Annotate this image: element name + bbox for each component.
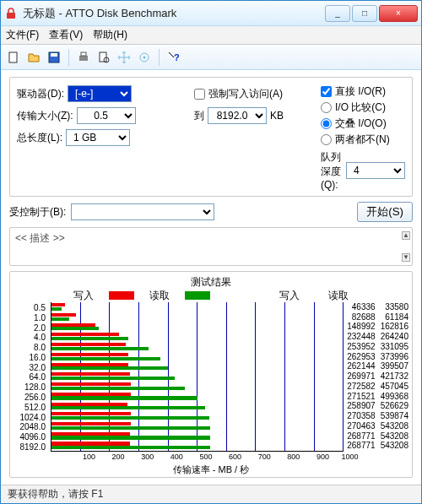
write-bar bbox=[51, 393, 131, 396]
y-tick: 128.0 bbox=[14, 382, 46, 392]
write-bar bbox=[51, 432, 130, 436]
params-panel: 驱动器(D): [-e-] 强制写入访问(A) 直接 I/O(R) I/O 比较… bbox=[9, 77, 413, 197]
svg-rect-5 bbox=[81, 52, 86, 56]
svg-rect-6 bbox=[100, 52, 106, 62]
status-text: 要获得帮助，请按 F1 bbox=[8, 487, 103, 501]
svg-rect-1 bbox=[9, 52, 17, 62]
x-tick: 500 bbox=[183, 453, 213, 463]
force-write-label: 强制写入访问(A) bbox=[208, 87, 283, 101]
x-tick: 300 bbox=[125, 453, 154, 463]
legend-read-swatch bbox=[185, 291, 210, 300]
start-button[interactable]: 开始(S) bbox=[357, 202, 413, 222]
legend-write-swatch bbox=[109, 291, 134, 300]
x-tick: 800 bbox=[271, 453, 300, 463]
preview-icon[interactable] bbox=[96, 50, 111, 65]
y-tick: 4096.0 bbox=[14, 432, 46, 442]
xfer-to-select[interactable]: 8192.0 bbox=[208, 107, 267, 124]
y-tick: 16.0 bbox=[14, 353, 46, 362]
statusbar: 要获得帮助，请按 F1 bbox=[1, 485, 421, 503]
y-tick: 64.0 bbox=[14, 372, 46, 382]
overlap-io-label: 交叠 I/O(O) bbox=[335, 117, 387, 131]
controlled-select[interactable] bbox=[71, 203, 214, 220]
y-tick: 2048.0 bbox=[14, 422, 46, 431]
chart-title: 测试结果 bbox=[14, 275, 408, 289]
controlled-row: 受控制于(B): 开始(S) bbox=[9, 202, 413, 222]
bar-row bbox=[51, 392, 344, 402]
description-box[interactable]: << 描述 >> ▲▼ bbox=[9, 227, 413, 266]
bar-row bbox=[51, 352, 344, 362]
scroll-down-icon[interactable]: ▼ bbox=[402, 253, 410, 262]
maximize-button[interactable]: □ bbox=[352, 5, 377, 22]
bar-row bbox=[51, 342, 344, 352]
separator-icon bbox=[68, 49, 69, 66]
x-axis-ticks: 1002003004005006007008009001000 bbox=[51, 453, 344, 463]
queue-depth-select[interactable]: 4 bbox=[346, 162, 405, 179]
y-tick: 32.0 bbox=[14, 363, 46, 372]
menu-view[interactable]: 查看(V) bbox=[49, 28, 83, 42]
overlap-io-radio[interactable] bbox=[321, 118, 332, 129]
legend-read-label: 读取 bbox=[149, 289, 170, 303]
read-bar bbox=[51, 416, 209, 420]
window-title: 无标题 - ATTO Disk Benchmark bbox=[23, 6, 325, 21]
total-length-select[interactable]: 1 GB bbox=[66, 129, 130, 146]
io-compare-radio[interactable] bbox=[321, 102, 332, 113]
xfer-from-select[interactable]: 0.5 bbox=[77, 107, 136, 124]
direct-io-checkbox[interactable] bbox=[321, 86, 332, 97]
save-icon[interactable] bbox=[46, 50, 62, 65]
write-value: 46336 bbox=[347, 303, 375, 313]
minimize-button[interactable]: _ bbox=[325, 5, 350, 22]
svg-rect-0 bbox=[7, 13, 15, 19]
read-value: 457045 bbox=[381, 382, 408, 393]
bar-row bbox=[51, 371, 344, 382]
write-bar bbox=[51, 353, 128, 356]
direct-io-label: 直接 I/O(R) bbox=[335, 84, 386, 99]
write-value: 268771 bbox=[347, 442, 375, 452]
scroll-up-icon[interactable]: ▲ bbox=[402, 231, 410, 240]
y-tick: 256.0 bbox=[14, 393, 46, 402]
read-bar bbox=[51, 357, 160, 360]
controlled-label: 受控制于(B): bbox=[9, 205, 66, 219]
move-icon[interactable] bbox=[116, 50, 132, 65]
drive-select[interactable]: [-e-] bbox=[68, 85, 132, 102]
read-bar bbox=[51, 446, 210, 449]
y-tick: 4.0 bbox=[14, 333, 46, 342]
read-bar bbox=[51, 396, 197, 399]
xfer-unit-label: KB bbox=[270, 110, 284, 122]
help-icon[interactable]: ? bbox=[166, 50, 181, 65]
titlebar: 无标题 - ATTO Disk Benchmark _ □ × bbox=[1, 1, 421, 26]
target-icon[interactable] bbox=[137, 50, 152, 65]
read-value: 543208 bbox=[381, 442, 408, 452]
x-axis-label: 传输速率 - MB / 秒 bbox=[14, 463, 408, 475]
y-tick: 512.0 bbox=[14, 403, 46, 412]
legend-write-label: 写入 bbox=[73, 289, 94, 303]
chart-plot: 1002003004005006007008009001000 bbox=[51, 302, 344, 452]
write-bar bbox=[51, 303, 65, 306]
write-bar bbox=[51, 323, 95, 327]
new-icon[interactable] bbox=[6, 50, 21, 65]
bar-row bbox=[51, 441, 344, 451]
print-icon[interactable] bbox=[76, 50, 91, 65]
y-axis-labels: 0.51.02.04.08.016.032.064.0128.0256.0512… bbox=[14, 302, 47, 463]
bar-row bbox=[51, 382, 344, 392]
write-bar bbox=[51, 382, 131, 386]
xfer-size-label: 传输大小(Z): bbox=[17, 109, 73, 123]
close-button[interactable]: × bbox=[379, 5, 418, 22]
scrollbar[interactable]: ▲▼ bbox=[402, 231, 410, 262]
menu-help[interactable]: 帮助(H) bbox=[93, 28, 127, 42]
write-bar bbox=[51, 422, 131, 425]
app-window: 无标题 - ATTO Disk Benchmark _ □ × 文件(F) 查看… bbox=[0, 0, 422, 504]
results-panel: 测试结果 写入 读取 写入 读取 0.51.02.04.08.016.032.0… bbox=[9, 271, 413, 478]
write-value: 253952 bbox=[347, 343, 375, 353]
vals-read-header: 读取 bbox=[315, 289, 349, 303]
force-write-checkbox[interactable] bbox=[194, 89, 205, 100]
bar-row bbox=[51, 411, 344, 421]
x-tick: 200 bbox=[95, 453, 125, 463]
x-tick: 700 bbox=[241, 453, 271, 463]
io-compare-label: I/O 比较(C) bbox=[335, 100, 386, 115]
menu-file[interactable]: 文件(F) bbox=[6, 28, 39, 42]
svg-rect-3 bbox=[51, 53, 57, 57]
open-icon[interactable] bbox=[26, 50, 41, 65]
x-tick: 600 bbox=[212, 453, 241, 463]
neither-radio[interactable] bbox=[321, 134, 332, 145]
chart-legend: 写入 读取 写入 读取 bbox=[14, 289, 408, 302]
